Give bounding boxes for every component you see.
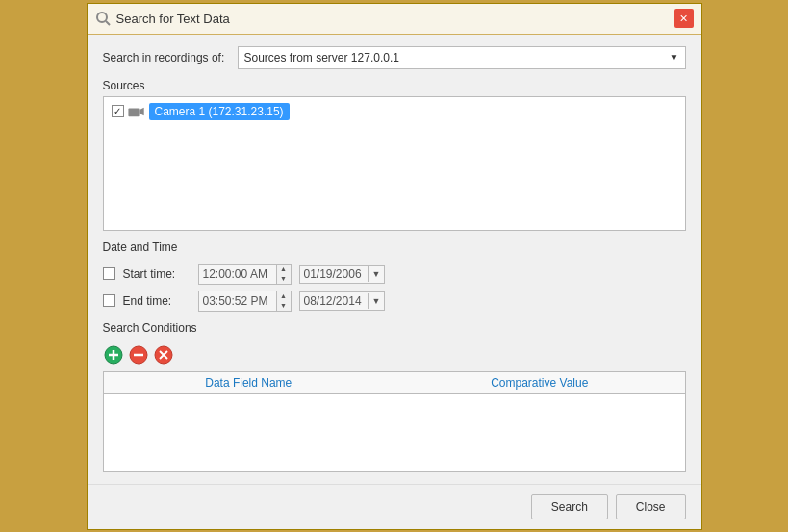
start-date-input[interactable] — [300, 266, 368, 283]
search-conditions-section: Search Conditions — [103, 321, 686, 472]
svg-point-0 — [97, 13, 107, 22]
start-time-down-btn[interactable]: ▼ — [277, 274, 291, 284]
end-time-up-btn[interactable]: ▲ — [277, 291, 291, 301]
sources-list: Camera 1 (172.31.23.15) — [103, 96, 686, 231]
end-time-input[interactable] — [199, 292, 276, 310]
list-item: Camera 1 (172.31.23.15) — [108, 101, 681, 122]
start-date-dropdown-icon[interactable]: ▼ — [368, 266, 385, 282]
svg-line-1 — [106, 21, 110, 25]
date-time-section: Date and Time Start time: ▲ ▼ ▼ — [103, 241, 686, 312]
conditions-table: Data Field Name Comparative Value — [103, 371, 686, 472]
end-time-input-group: ▲ ▼ — [198, 291, 292, 312]
dialog-title: Search for Text Data — [116, 12, 230, 26]
start-time-spinner: ▲ ▼ — [276, 265, 291, 284]
end-time-row: End time: ▲ ▼ ▼ — [103, 291, 686, 312]
date-time-label: Date and Time — [103, 241, 686, 254]
title-bar-left: Search for Text Data — [95, 11, 230, 26]
end-date-input-group: ▼ — [299, 291, 386, 311]
dialog-footer: Search Close — [88, 484, 701, 529]
close-button[interactable]: ✕ — [674, 9, 694, 28]
conditions-table-body — [104, 394, 685, 471]
conditions-table-header: Data Field Name Comparative Value — [104, 372, 685, 394]
col-data-field-name: Data Field Name — [104, 372, 395, 393]
end-date-dropdown-icon[interactable]: ▼ — [368, 293, 385, 309]
source-item-name[interactable]: Camera 1 (172.31.23.15) — [149, 103, 290, 120]
camera-icon — [128, 106, 145, 117]
server-dropdown[interactable]: Sources from server 127.0.0.1 ▼ — [238, 46, 686, 69]
sources-section: Sources Camera 1 (172.31.23.15) — [103, 79, 686, 231]
add-condition-button[interactable] — [103, 344, 124, 366]
sources-label: Sources — [103, 79, 686, 92]
col-comparative-value: Comparative Value — [394, 372, 685, 393]
end-time-down-btn[interactable]: ▼ — [277, 301, 291, 311]
start-date-input-group: ▼ — [299, 265, 386, 284]
server-dropdown-value: Sources from server 127.0.0.1 — [244, 51, 399, 64]
end-time-label: End time: — [123, 294, 191, 308]
remove-condition-button[interactable] — [128, 344, 149, 366]
search-conditions-label: Search Conditions — [103, 321, 686, 335]
start-time-row: Start time: ▲ ▼ ▼ — [103, 264, 686, 285]
dialog-content: Search in recordings of: Sources from se… — [88, 35, 701, 484]
svg-marker-3 — [139, 107, 143, 115]
svg-rect-2 — [128, 108, 139, 116]
conditions-toolbar — [103, 344, 686, 366]
end-date-input[interactable] — [300, 292, 368, 310]
search-in-label: Search in recordings of: — [103, 51, 228, 64]
main-dialog: Search for Text Data ✕ Search in recordi… — [87, 3, 702, 530]
close-footer-button[interactable]: Close — [616, 494, 686, 519]
clear-conditions-button[interactable] — [153, 344, 174, 366]
start-time-input-group: ▲ ▼ — [198, 264, 292, 285]
source-checkbox[interactable] — [112, 105, 124, 117]
end-time-spinner: ▲ ▼ — [276, 291, 291, 311]
search-in-row: Search in recordings of: Sources from se… — [103, 46, 686, 69]
start-time-up-btn[interactable]: ▲ — [277, 265, 291, 274]
dialog-icon — [95, 11, 111, 26]
start-time-checkbox[interactable] — [103, 267, 115, 280]
start-time-input[interactable] — [199, 266, 276, 283]
end-time-checkbox[interactable] — [103, 294, 115, 307]
search-button[interactable]: Search — [531, 494, 608, 519]
chevron-down-icon: ▼ — [670, 52, 679, 63]
title-bar: Search for Text Data ✕ — [88, 4, 701, 35]
start-time-label: Start time: — [123, 267, 191, 281]
